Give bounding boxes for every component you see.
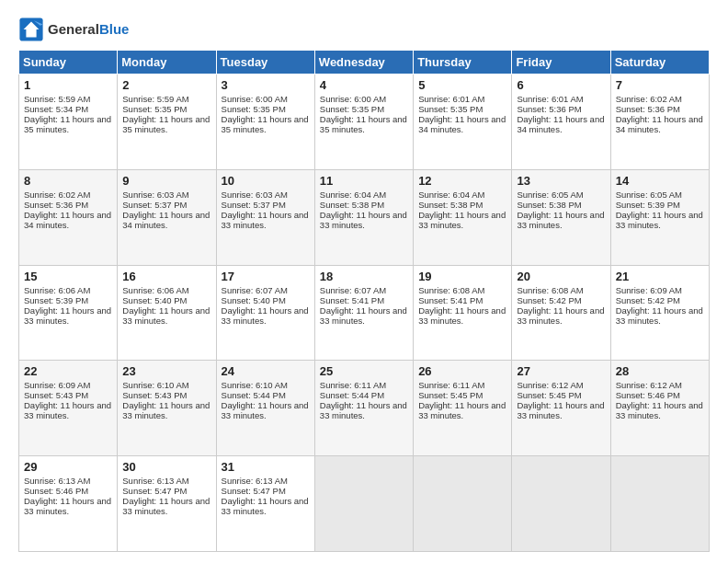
- sunrise: Sunrise: 6:11 AM: [418, 380, 484, 390]
- daylight: Daylight: 11 hours and 33 minutes.: [222, 210, 309, 230]
- sunset: Sunset: 5:39 PM: [24, 295, 88, 305]
- sunset: Sunset: 5:47 PM: [222, 486, 286, 496]
- sunset: Sunset: 5:36 PM: [24, 200, 88, 210]
- sunrise: Sunrise: 6:13 AM: [222, 476, 288, 486]
- week-row-2: 8 Sunrise: 6:02 AM Sunset: 5:36 PM Dayli…: [19, 169, 710, 265]
- sunrise: Sunrise: 5:59 AM: [122, 94, 188, 104]
- sunrise: Sunrise: 6:12 AM: [616, 380, 682, 390]
- sunset: Sunset: 5:45 PM: [418, 390, 483, 400]
- calendar-cell: 17 Sunrise: 6:07 AM Sunset: 5:40 PM Dayl…: [216, 265, 314, 361]
- sunset: Sunset: 5:41 PM: [418, 295, 483, 305]
- page: GeneralBlue SundayMondayTuesdayWednesday…: [0, 0, 728, 563]
- sunset: Sunset: 5:38 PM: [418, 200, 483, 210]
- logo: GeneralBlue: [18, 17, 129, 42]
- day-number: 8: [24, 174, 112, 188]
- sunset: Sunset: 5:34 PM: [24, 104, 88, 114]
- sunrise: Sunrise: 6:07 AM: [222, 285, 288, 295]
- day-number: 6: [517, 78, 605, 92]
- daylight: Daylight: 11 hours and 34 minutes.: [616, 114, 703, 134]
- daylight: Daylight: 11 hours and 33 minutes.: [24, 305, 111, 326]
- daylight: Daylight: 11 hours and 33 minutes.: [24, 400, 111, 420]
- calendar-cell: 8 Sunrise: 6:02 AM Sunset: 5:36 PM Dayli…: [19, 169, 118, 265]
- calendar-cell: 16 Sunrise: 6:06 AM Sunset: 5:40 PM Dayl…: [118, 265, 216, 361]
- sunrise: Sunrise: 6:00 AM: [320, 94, 386, 104]
- sunset: Sunset: 5:40 PM: [222, 295, 286, 305]
- day-number: 27: [517, 364, 605, 378]
- daylight: Daylight: 11 hours and 34 minutes.: [122, 210, 210, 230]
- calendar-cell: 29 Sunrise: 6:13 AM Sunset: 5:46 PM Dayl…: [19, 456, 118, 552]
- sunset: Sunset: 5:47 PM: [122, 486, 187, 496]
- daylight: Daylight: 11 hours and 33 minutes.: [24, 496, 111, 516]
- sunrise: Sunrise: 6:00 AM: [222, 94, 288, 104]
- day-number: 15: [24, 270, 112, 283]
- daylight: Daylight: 11 hours and 34 minutes.: [24, 210, 111, 230]
- day-number: 11: [320, 174, 408, 188]
- calendar-cell: 23 Sunrise: 6:10 AM Sunset: 5:43 PM Dayl…: [118, 361, 216, 456]
- calendar: SundayMondayTuesdayWednesdayThursdayFrid…: [18, 50, 710, 552]
- day-number: 19: [418, 270, 506, 283]
- day-number: 20: [517, 270, 605, 283]
- calendar-cell: 26 Sunrise: 6:11 AM Sunset: 5:45 PM Dayl…: [414, 361, 512, 456]
- daylight: Daylight: 11 hours and 33 minutes.: [616, 210, 703, 230]
- sunset: Sunset: 5:36 PM: [616, 104, 680, 114]
- calendar-cell: 30 Sunrise: 6:13 AM Sunset: 5:47 PM Dayl…: [118, 456, 216, 552]
- daylight: Daylight: 11 hours and 33 minutes.: [122, 496, 210, 516]
- day-number: 4: [320, 78, 408, 92]
- weekday-sunday: Sunday: [19, 51, 118, 75]
- weekday-monday: Monday: [118, 51, 216, 75]
- day-number: 17: [222, 270, 310, 283]
- daylight: Daylight: 11 hours and 33 minutes.: [320, 210, 407, 230]
- calendar-cell: 31 Sunrise: 6:13 AM Sunset: 5:47 PM Dayl…: [216, 456, 314, 552]
- day-number: 10: [222, 174, 310, 188]
- day-number: 12: [418, 174, 506, 188]
- calendar-cell: 9 Sunrise: 6:03 AM Sunset: 5:37 PM Dayli…: [118, 169, 216, 265]
- sunset: Sunset: 5:43 PM: [24, 390, 88, 400]
- weekday-tuesday: Tuesday: [216, 51, 314, 75]
- day-number: 30: [122, 460, 210, 474]
- calendar-cell: [610, 456, 709, 552]
- weekday-saturday: Saturday: [610, 51, 709, 75]
- sunset: Sunset: 5:42 PM: [616, 295, 680, 305]
- sunrise: Sunrise: 6:10 AM: [222, 380, 288, 390]
- day-number: 7: [616, 78, 704, 92]
- calendar-cell: 12 Sunrise: 6:04 AM Sunset: 5:38 PM Dayl…: [414, 169, 512, 265]
- daylight: Daylight: 11 hours and 33 minutes.: [418, 400, 506, 420]
- daylight: Daylight: 11 hours and 33 minutes.: [122, 400, 210, 420]
- sunset: Sunset: 5:41 PM: [320, 295, 384, 305]
- sunrise: Sunrise: 6:02 AM: [24, 190, 90, 200]
- daylight: Daylight: 11 hours and 35 minutes.: [122, 114, 210, 134]
- sunrise: Sunrise: 6:02 AM: [616, 94, 682, 104]
- day-number: 14: [616, 174, 704, 188]
- daylight: Daylight: 11 hours and 33 minutes.: [616, 400, 703, 420]
- sunrise: Sunrise: 6:01 AM: [418, 94, 484, 104]
- sunset: Sunset: 5:42 PM: [517, 295, 581, 305]
- week-row-5: 29 Sunrise: 6:13 AM Sunset: 5:46 PM Dayl…: [19, 456, 710, 552]
- sunset: Sunset: 5:37 PM: [122, 200, 187, 210]
- daylight: Daylight: 11 hours and 33 minutes.: [517, 210, 604, 230]
- calendar-cell: 10 Sunrise: 6:03 AM Sunset: 5:37 PM Dayl…: [216, 169, 314, 265]
- sunrise: Sunrise: 6:05 AM: [517, 190, 583, 200]
- daylight: Daylight: 11 hours and 33 minutes.: [222, 305, 309, 326]
- sunrise: Sunrise: 6:05 AM: [616, 190, 682, 200]
- sunset: Sunset: 5:39 PM: [616, 200, 680, 210]
- day-number: 24: [222, 364, 310, 378]
- sunrise: Sunrise: 6:11 AM: [320, 380, 386, 390]
- daylight: Daylight: 11 hours and 33 minutes.: [517, 400, 604, 420]
- sunrise: Sunrise: 6:08 AM: [517, 285, 583, 295]
- sunrise: Sunrise: 6:06 AM: [122, 285, 188, 295]
- calendar-cell: [314, 456, 413, 552]
- day-number: 5: [418, 78, 506, 92]
- calendar-cell: 7 Sunrise: 6:02 AM Sunset: 5:36 PM Dayli…: [610, 75, 709, 170]
- sunrise: Sunrise: 6:13 AM: [24, 476, 90, 486]
- daylight: Daylight: 11 hours and 34 minutes.: [418, 114, 506, 134]
- calendar-cell: 22 Sunrise: 6:09 AM Sunset: 5:43 PM Dayl…: [19, 361, 118, 456]
- day-number: 13: [517, 174, 605, 188]
- calendar-cell: 25 Sunrise: 6:11 AM Sunset: 5:44 PM Dayl…: [314, 361, 413, 456]
- day-number: 25: [320, 364, 408, 378]
- sunset: Sunset: 5:46 PM: [24, 486, 88, 496]
- sunrise: Sunrise: 6:09 AM: [24, 380, 90, 390]
- day-number: 3: [222, 78, 310, 92]
- sunset: Sunset: 5:35 PM: [320, 104, 384, 114]
- daylight: Daylight: 11 hours and 33 minutes.: [222, 496, 309, 516]
- day-number: 29: [24, 460, 112, 474]
